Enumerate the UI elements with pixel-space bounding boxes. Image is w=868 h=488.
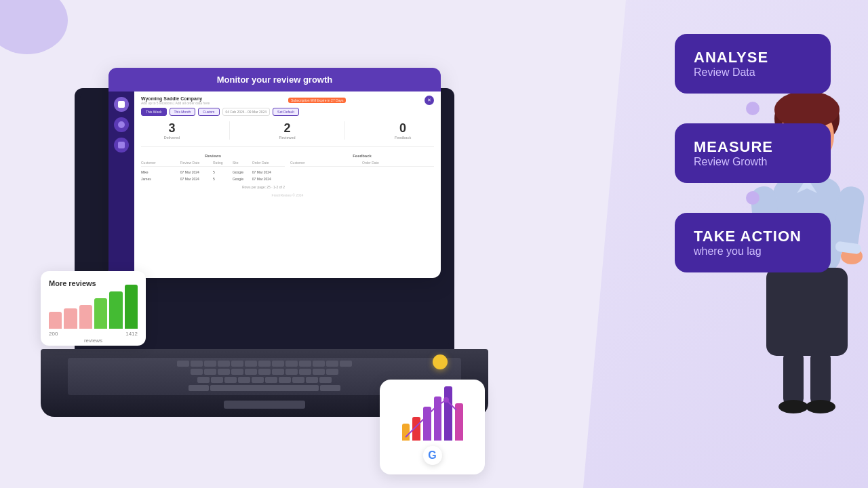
trend-line xyxy=(402,390,463,441)
key xyxy=(299,369,311,375)
row2-rating: 5 xyxy=(213,177,233,181)
touchpad xyxy=(224,401,305,409)
row1-order-date: 07 Mar 2024 xyxy=(252,170,285,174)
svg-point-23 xyxy=(806,400,835,413)
stat-feedback: 0 Feedback xyxy=(395,121,411,140)
bar-label-right: 1412 xyxy=(125,331,138,337)
table-row: James 07 Mar 2024 5 Google 07 Mar 2024 xyxy=(141,176,285,182)
col-customer: Customer xyxy=(141,161,180,165)
col-order-date: Order Date xyxy=(252,161,285,165)
company-name: Wyoming Saddle Company xyxy=(141,96,210,101)
set-default-btn[interactable]: Set Default xyxy=(273,108,299,116)
bar-item xyxy=(64,308,77,329)
analytics-bar-item xyxy=(444,386,452,441)
sidebar-sub-icon[interactable] xyxy=(114,138,129,152)
filter-this-month[interactable]: This Month xyxy=(170,108,196,116)
row1-rating: 5 xyxy=(213,170,233,174)
google-letter: G xyxy=(428,449,436,461)
dashboard-sidebar xyxy=(108,92,134,278)
dashboard-header: Monitor your review growth xyxy=(108,68,441,92)
dashboard-card: Monitor your review growth Wyoming xyxy=(108,68,441,278)
sidebar-config-icon[interactable] xyxy=(114,117,129,132)
google-logo-container: G xyxy=(423,446,442,465)
key xyxy=(319,377,332,383)
bar-chart xyxy=(49,291,138,329)
stat-feedback-value: 0 xyxy=(395,121,411,136)
row2-customer: James xyxy=(141,177,180,181)
row2-review-date: 07 Mar 2024 xyxy=(180,177,213,181)
take-action-title: TAKE ACTION xyxy=(694,228,812,245)
fb-col-order-date: Order Date xyxy=(362,161,434,165)
key xyxy=(238,377,250,383)
key xyxy=(285,361,298,367)
key xyxy=(340,361,352,367)
stat-delivered: 3 Delivered xyxy=(164,121,180,140)
db-stats: 3 Delivered 2 Reviewed 0 Feedback xyxy=(141,121,434,147)
stat-feedback-label: Feedback xyxy=(395,136,411,140)
db-filters: This Week This Month Custom 04 Feb 2024 … xyxy=(141,108,434,116)
dashboard-body: Wyoming Saddle Company Add up to 5 locat… xyxy=(108,92,441,278)
key xyxy=(279,377,291,383)
google-g-logo: G xyxy=(423,446,442,465)
analytics-bar-item xyxy=(402,424,410,441)
key xyxy=(299,361,311,367)
key xyxy=(245,369,257,375)
bar-item xyxy=(94,298,107,329)
subscription-badge: Subscription Will Expire in 27 Days xyxy=(288,98,347,103)
col-review-date: Review Date xyxy=(180,161,213,165)
feedback-table: Feedback Customer Order Date xyxy=(290,154,434,189)
row2-order-date: 07 Mar 2024 xyxy=(252,177,285,181)
analytics-chart xyxy=(402,390,463,441)
key xyxy=(218,369,230,375)
bar-item xyxy=(109,291,122,329)
right-section: ANALYSE Review Data MEASURE Review Growt… xyxy=(658,34,848,281)
connector-dot-1 xyxy=(746,102,760,115)
analytics-bar-item xyxy=(434,396,442,441)
key xyxy=(272,361,284,367)
pagination: Rows per page: 25 · 1-2 of 2 xyxy=(141,185,285,189)
measure-card: MEASURE Review Growth xyxy=(675,123,831,183)
more-reviews-card: More reviews 200 1412 reviews xyxy=(41,271,146,346)
key xyxy=(197,377,210,383)
filter-custom[interactable]: Custom xyxy=(198,108,219,116)
stat-reviewed-label: Reviewed xyxy=(279,136,295,140)
sidebar-home-icon[interactable] xyxy=(114,97,129,112)
stat-delivered-value: 3 xyxy=(164,121,180,136)
analytics-bar-item xyxy=(455,403,463,441)
svg-point-22 xyxy=(778,400,808,413)
row1-customer: Mike xyxy=(141,170,180,174)
bar-item xyxy=(49,312,62,329)
measure-subtitle: Review Growth xyxy=(694,156,812,168)
key xyxy=(292,377,304,383)
row1-site: Google xyxy=(233,170,252,174)
key xyxy=(231,369,243,375)
svg-rect-20 xyxy=(783,351,804,405)
reviews-table-header: Customer Review Date Rating Site Order D… xyxy=(141,161,285,167)
take-action-card: TAKE ACTION where you lag xyxy=(675,213,831,272)
key xyxy=(224,377,237,383)
key xyxy=(204,369,216,375)
row2-site: Google xyxy=(233,177,252,181)
key xyxy=(252,377,264,383)
key xyxy=(313,369,325,375)
left-section: Monitor your review growth Wyoming xyxy=(0,0,502,488)
row1-review-date: 07 Mar 2024 xyxy=(180,170,213,174)
date-range: 04 Feb 2024 - 09 Mar 2024 xyxy=(222,108,271,116)
key xyxy=(177,361,189,367)
fb-col-customer: Customer xyxy=(290,161,362,165)
key xyxy=(211,377,223,383)
reviews-table: Reviews Customer Review Date Rating Site… xyxy=(141,154,285,189)
stat-reviewed-value: 2 xyxy=(279,121,295,136)
close-icon[interactable]: ✕ xyxy=(425,96,434,105)
dashboard-title: Monitor your review growth xyxy=(217,75,332,85)
reviews-table-title: Reviews xyxy=(141,154,285,158)
filter-this-week[interactable]: This Week xyxy=(141,108,167,116)
key xyxy=(306,377,318,383)
connector-dot-2 xyxy=(746,191,760,205)
key xyxy=(326,361,338,367)
bar-label-left: 200 xyxy=(49,331,58,337)
bar-labels: 200 1412 xyxy=(49,331,138,337)
analyse-title: ANALYSE xyxy=(694,49,812,66)
key xyxy=(204,361,216,367)
feedback-table-title: Feedback xyxy=(290,154,434,158)
